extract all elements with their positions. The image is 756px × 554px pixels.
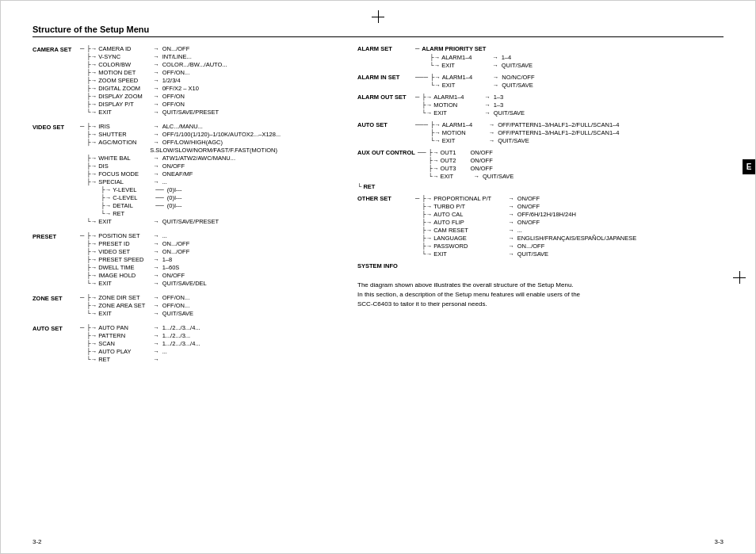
description-line1: The diagram shown above illustrates the … [357,281,724,290]
list-item: ├→ MOTION DET → OFF/ON... [86,69,189,76]
list-item: ├→ IRIS → ALC.../MANU... [86,123,203,130]
video-set-row: VIDEO SET ─ ├→ IRIS → ALC.../MANU... ├→ [32,123,342,226]
list-item: └→ EXIT → QUIT/SAVE [430,137,619,144]
list-item: └→ EXIT → QUIT/SAVE [430,62,533,69]
list-item: ├→ PASSWORD → ON.../OFF [422,243,636,250]
list-item: ├→ ZOOM SPEED → 1/2/3/4 [86,77,180,84]
list-item: └→ EXIT → QUIT/SAVE [86,310,193,317]
other-set-section: OTHER SET ─ ├→ PROPORTIONAL P/T → ON/OFF… [357,195,724,258]
camera-set-row: CAMERA SET ─ ├→ CAMERA ID → ON.../OFF ├→ [32,45,342,117]
video-set-items: ├→ IRIS → ALC.../MANU... ├→ SHUTTER → OF… [86,123,281,226]
list-item: ├→ AUTO CAL → OFF/6H/12H/18H/24H [422,211,636,218]
reg-mark-right [733,271,746,284]
list-item: ├→ AUTO PAN → 1.../2.../3.../4... [86,324,200,331]
list-item: ├→ ALARM1–4 → 1–4 [430,54,533,61]
page: E Structure of the Setup Menu CAMERA SET… [0,0,756,554]
section-tab: E [743,159,755,174]
list-item: ├→ SPECIAL → ... [86,178,167,185]
list-item: ├→ ZONE DIR SET → OFF/ON... [86,294,189,301]
camera-set-label: CAMERA SET [32,45,80,53]
list-item: ├→ SCAN → 1.../2.../3.../4... [86,340,200,347]
right-column: ALARM SET ─ ALARM PRIORITY SET ├→ ALARM1… [357,45,724,370]
list-item: ├→ OUT3 ON/OFF [429,165,514,172]
list-item: ├→ OUT2 ON/OFF [429,157,514,164]
zone-set-items: ├→ ZONE DIR SET → OFF/ON... ├→ ZONE AREA… [86,294,193,318]
footer-right: 3-3 [714,538,724,545]
list-item: ├→ AGC/MOTION → OFF/LOW/HIGH(AGC) [86,139,223,146]
page-title: Structure of the Setup Menu [32,25,724,37]
list-item: ├→ DIGITAL ZOOM → 0FF/X2 – X10 [86,85,199,92]
list-item: ├→ MOTION → 1–3 [422,101,525,109]
list-item: ├→ PRESET ID → ON.../OFF [86,240,189,247]
list-item: ├→ COLOR/BW → COLOR.../BW.../AUTO... [86,61,227,68]
list-item: ├→ DIS → ON/OFF [86,162,185,170]
list-item: ├→ IMAGE HOLD → ON/OFF [86,272,185,279]
auto-set-left-label: AUTO SET [32,324,80,332]
list-item: ├→ ALARM1–4 → 1–3 [422,94,525,101]
list-item: ├→ PRESET SPEED → 1–8 [86,256,172,263]
list-item: └→ EXIT → QUIT/SAVE [422,250,636,258]
list-item: ├→ ALARM1–4 → OFF/PATTERN1–3/HALF1–2/FUL… [430,121,619,128]
list-item: ├→ C-LEVEL ── (0)I--- [101,194,181,201]
alarm-out-set-section: ALARM OUT SET ─ ├→ ALARM1–4 → 1–3 ├→ [357,94,724,117]
list-item: ├→ DETAIL ── (0)I--- [101,202,181,209]
list-item: ├→ OUT1 ON/OFF [429,149,514,156]
list-item: ├→ S.SLOW/SLOW/NORM/FAST/F.FAST(MOTION) [86,147,277,154]
description-line2: In this section, a description of the Se… [357,290,724,300]
list-item: └→ EXIT → QUIT/SAVE/PRESET [86,109,219,116]
list-item: └→ EXIT → QUIT/SAVE [429,173,514,180]
list-item: ├→ AUTO PLAY → ... [86,348,167,355]
aux-out-control-section: AUX OUT CONTROL ── ├→ OUT1 ON/OFF ├→ OUT… [357,149,724,190]
list-item: ├→ ALARM1–4 → NO/NC/OFF [430,74,535,81]
list-item: └→ EXIT → QUIT/SAVE [430,82,535,89]
list-item: ├→ TURBO P/T → ON/OFF [422,203,636,210]
system-info-section: SYSTEM INFO [357,262,724,269]
auto-set-left-section: AUTO SET ─ ├→ AUTO PAN → 1.../2.../3.../… [32,324,342,364]
auto-set-left-items: ├→ AUTO PAN → 1.../2.../3.../4... ├→ PAT… [86,324,200,364]
camera-set-items: ├→ CAMERA ID → ON.../OFF ├→ V-SYNC → INT… [86,45,227,117]
left-column: CAMERA SET ─ ├→ CAMERA ID → ON.../OFF ├→ [32,45,342,370]
list-item: ├→ FOCUS MODE → ONEAF/MF [86,170,193,178]
footer-left: 3-2 [32,538,42,545]
description-box: The diagram shown above illustrates the … [357,281,724,309]
list-item: ├→ CAM RESET → ... [422,227,636,234]
video-set-label: VIDEO SET [32,123,80,131]
video-set-section: VIDEO SET ─ ├→ IRIS → ALC.../MANU... ├→ [32,123,342,226]
list-item: └→ EXIT → QUIT/SAVE/PRESET [86,218,219,225]
list-item: ├→ WHITE BAL → ATW1/ATW2/AWC/MANU... [86,155,235,162]
list-item: └→ RET [101,210,181,217]
preset-items: ├→ POSITION SET → ... ├→ PRESET ID → ON.… [86,232,206,288]
auto-set-right-section: AUTO SET ─── ├→ ALARM1–4 → OFF/PATTERN1–… [357,121,724,144]
list-item: └→ EXIT → QUIT/SAVE [422,109,525,117]
list-item: ├→ PROPORTIONAL P/T → ON/OFF [422,195,636,202]
zone-set-section: ZONE SET ─ ├→ ZONE DIR SET → OFF/ON... ├… [32,294,342,318]
list-item: ├→ SHUTTER → OFF/1/100(1/120)–1/10K/AUTO… [86,131,281,138]
special-sub-items: ├→ Y-LEVEL ── (0)I--- ├→ C-LEVEL ── (0)I [101,186,181,218]
auto-set-left-row: AUTO SET ─ ├→ AUTO PAN → 1.../2.../3.../… [32,324,342,364]
list-item: ├→ POSITION SET → ... [86,232,167,239]
list-item: └→ EXIT → QUIT/SAVE/DEL [86,280,206,287]
list-item: ├→ Y-LEVEL ── (0)I--- [101,186,181,193]
list-item: ├→ VIDEO SET → ON.../OFF [86,248,189,255]
list-item: ├→ DISPLAY P/T → OFF/ON [86,101,185,108]
reg-mark-top [372,10,384,23]
zone-set-row: ZONE SET ─ ├→ ZONE DIR SET → OFF/ON... ├… [32,294,342,318]
page-content: Structure of the Setup Menu CAMERA SET ─… [32,25,724,529]
alarm-set-section: ALARM SET ─ ALARM PRIORITY SET ├→ ALARM1… [357,45,724,69]
list-item: ├→ LANGUAGE → ENGLISH/FRANÇAIS/ESPAÑOL/J… [422,235,636,242]
list-item: ├→ AUTO FLIP → ON/OFF [422,219,636,226]
list-item: ├→ DISPLAY ZOOM → OFF/ON [86,93,185,100]
list-item: ├→ ZONE AREA SET → OFF/ON... [86,302,189,309]
zone-set-label: ZONE SET [32,294,80,302]
main-columns: CAMERA SET ─ ├→ CAMERA ID → ON.../OFF ├→ [32,45,724,370]
preset-row: PRESET ─ ├→ POSITION SET → ... ├→ [32,232,342,288]
list-item: ├→ MOTION → OFF/PATTERN1–3/HALF1–2/FULL/… [430,129,619,136]
list-item: ├→ V-SYNC → INT/LINE... [86,53,191,60]
description-line3: SCC-C6403 to tailor it to their personal… [357,300,724,309]
preset-section: PRESET ─ ├→ POSITION SET → ... ├→ [32,232,342,288]
preset-label: PRESET [32,232,80,240]
list-item: ├→ PATTERN → 1.../2.../3... [86,332,190,339]
list-item: └→ RET → [86,356,162,363]
list-item: ├→ DWELL TIME → 1–60S [86,264,179,271]
list-item: ├→ CAMERA ID → ON.../OFF [86,45,189,52]
